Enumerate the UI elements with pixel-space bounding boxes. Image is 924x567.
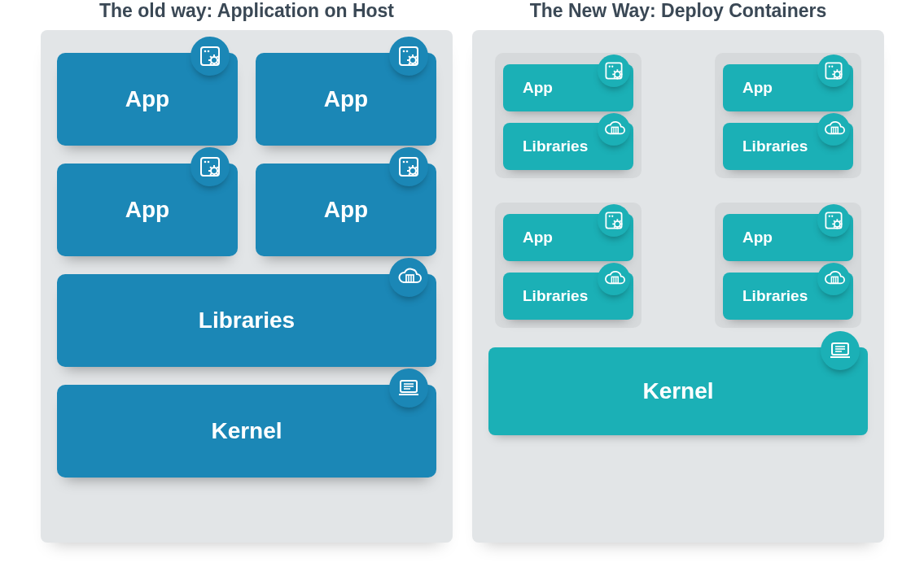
container-lib-block: Libraries bbox=[723, 273, 853, 320]
container-lib-block: Libraries bbox=[503, 123, 633, 170]
app-label: App bbox=[523, 79, 553, 97]
app-label: App bbox=[125, 86, 169, 112]
libraries-label: Libraries bbox=[199, 307, 295, 334]
kernel-laptop-icon bbox=[389, 369, 428, 408]
libraries-label: Libraries bbox=[523, 137, 588, 155]
old-libraries-block: Libraries bbox=[57, 274, 436, 367]
kernel-laptop-icon bbox=[821, 331, 860, 370]
libraries-label: Libraries bbox=[742, 287, 808, 305]
old-app-block: App bbox=[256, 53, 436, 146]
libraries-label: Libraries bbox=[742, 137, 808, 155]
app-gear-icon bbox=[817, 55, 850, 87]
new-way-title: The New Way: Deploy Containers bbox=[530, 0, 827, 22]
app-label: App bbox=[324, 197, 368, 223]
old-app-block: App bbox=[256, 164, 436, 256]
container-group: App Libraries bbox=[715, 53, 861, 178]
old-app-block: App bbox=[57, 164, 238, 256]
old-kernel-block: Kernel bbox=[57, 385, 436, 478]
app-gear-icon bbox=[190, 37, 230, 76]
container-app-block: App bbox=[723, 214, 853, 261]
container-group: App Libraries bbox=[715, 203, 861, 328]
app-label: App bbox=[742, 79, 773, 97]
kernel-label: Kernel bbox=[642, 378, 713, 404]
new-kernel-block: Kernel bbox=[488, 347, 868, 435]
diagram-root: The old way: Application on Host App App… bbox=[0, 0, 924, 543]
old-apps-grid: App App App bbox=[57, 53, 436, 256]
container-app-block: App bbox=[503, 64, 633, 111]
old-way-column: The old way: Application on Host App App… bbox=[41, 0, 453, 543]
container-grid: App Libraries App bbox=[488, 53, 868, 328]
old-app-block: App bbox=[57, 53, 238, 146]
new-way-panel: App Libraries App bbox=[472, 30, 884, 543]
app-label: App bbox=[324, 86, 368, 112]
container-lib-block: Libraries bbox=[723, 123, 853, 170]
container-group: App Libraries bbox=[495, 203, 642, 328]
old-way-title: The old way: Application on Host bbox=[99, 0, 394, 22]
cloud-lib-icon bbox=[817, 113, 850, 146]
app-label: App bbox=[742, 229, 773, 246]
cloud-lib-icon bbox=[598, 263, 630, 295]
container-app-block: App bbox=[723, 64, 853, 111]
app-label: App bbox=[523, 229, 553, 246]
app-gear-icon bbox=[190, 147, 230, 186]
app-gear-icon bbox=[817, 204, 850, 237]
libraries-label: Libraries bbox=[523, 287, 588, 305]
app-gear-icon bbox=[389, 147, 428, 186]
kernel-label: Kernel bbox=[211, 418, 282, 444]
cloud-lib-icon bbox=[389, 258, 428, 297]
cloud-lib-icon bbox=[817, 263, 850, 295]
cloud-lib-icon bbox=[598, 113, 630, 146]
new-way-column: The New Way: Deploy Containers App Libra… bbox=[472, 0, 884, 543]
old-way-panel: App App App bbox=[41, 30, 453, 543]
container-lib-block: Libraries bbox=[503, 273, 633, 320]
app-label: App bbox=[125, 197, 169, 223]
app-gear-icon bbox=[389, 37, 428, 76]
container-app-block: App bbox=[503, 214, 633, 261]
app-gear-icon bbox=[598, 204, 630, 237]
app-gear-icon bbox=[598, 55, 630, 87]
container-group: App Libraries bbox=[495, 53, 642, 178]
